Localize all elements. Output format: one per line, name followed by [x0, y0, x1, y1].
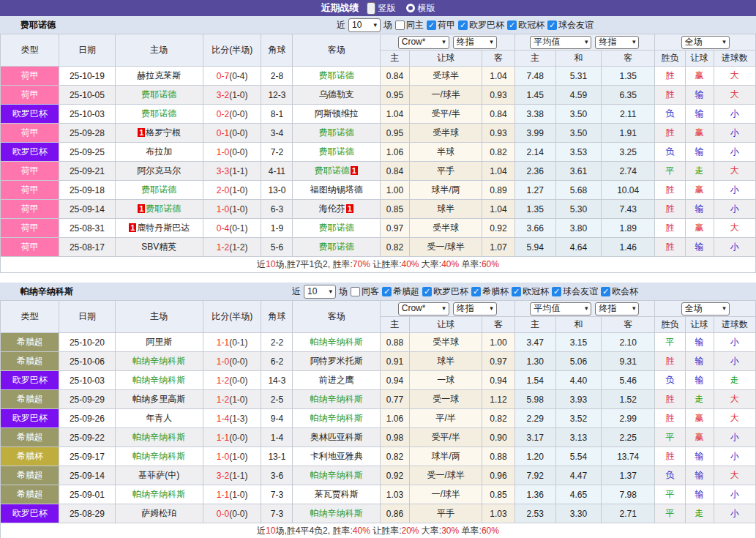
odds-home: 0.98 — [380, 428, 409, 447]
result-goals: 走 — [714, 371, 755, 390]
league-filter-checkbox[interactable]: ✓欧会杯 — [601, 285, 638, 298]
red-card-badge: 1 — [138, 128, 145, 137]
home-team: 帕纳辛纳科斯 — [115, 485, 203, 504]
odds-away: 0.94 — [482, 371, 514, 390]
odds-away: 0.85 — [482, 485, 514, 504]
team-label: 帕纳多里高斯 — [132, 394, 185, 404]
section-filter-bar: 帕纳辛纳科斯近10▾场同客✓希腊超✓欧罗巴杯✓希腊杯✓欧冠杯✓球会友谊✓欧会杯 — [0, 283, 756, 300]
avg-draw: 3.13 — [555, 428, 601, 447]
summary-segment: 场,胜7平1负2, 胜率: — [275, 259, 352, 269]
league-filter-checkbox-label: 欧罗巴杯 — [433, 285, 468, 298]
checkbox-checked-icon[interactable]: ✓ — [422, 287, 432, 296]
final-index-select[interactable]: 终指▾ — [595, 36, 639, 49]
final-index-select[interactable]: 终指▾ — [595, 302, 639, 315]
summary-segment: 20% — [401, 526, 419, 536]
avg-draw: 5.54 — [555, 447, 601, 466]
checkbox-checked-icon[interactable]: ✓ — [547, 20, 557, 30]
average-select[interactable]: 平均值▾ — [530, 302, 591, 315]
checkbox-checked-icon[interactable]: ✓ — [507, 20, 517, 30]
checkbox-checked-icon[interactable]: ✓ — [601, 287, 610, 296]
halftime-score: (0-1) — [229, 337, 247, 348]
corner-count: 5-6 — [261, 238, 293, 257]
home-team: 帕纳辛纳科斯 — [115, 371, 203, 390]
league-filter-checkbox[interactable]: ✓荷甲 — [427, 19, 455, 31]
team-label: 帕纳辛纳科斯 — [132, 451, 185, 461]
avg-draw: 4.47 — [555, 466, 601, 485]
league-type-badge: 希腊超 — [1, 390, 59, 409]
result-outcome: 胜 — [655, 409, 685, 428]
crow-select[interactable]: Crow*▾ — [398, 302, 449, 315]
avg-away: 1.91 — [602, 124, 655, 143]
league-filter-checkbox[interactable]: ✓球会友谊 — [547, 19, 594, 31]
team-label: 基菲萨(中) — [138, 470, 179, 480]
league-filter-checkbox[interactable]: ✓欧罗巴杯 — [458, 19, 504, 31]
fulltime-score: 1-2 — [217, 395, 229, 405]
crow-select[interactable]: Crow*▾ — [398, 36, 449, 49]
halftime-score: (0-0) — [229, 509, 247, 519]
odds-away: 0.92 — [482, 219, 514, 238]
average-select[interactable]: 平均值▾ — [530, 36, 591, 49]
checkbox-checked-icon[interactable]: ✓ — [382, 287, 392, 296]
summary-segment: 40% — [353, 526, 370, 536]
checkbox-unchecked-icon[interactable] — [351, 287, 360, 296]
halftime-score: (0-1) — [229, 223, 247, 233]
team-section: 费耶诺德近10▾场同主✓荷甲✓欧罗巴杯✓欧冠杯✓球会友谊类型日期主场比分(半场)… — [0, 16, 756, 273]
checkbox-checked-icon[interactable]: ✓ — [458, 20, 468, 30]
team-label: 阿尔克马尔 — [137, 165, 181, 176]
team-label: SBV精英 — [141, 242, 176, 252]
checkbox-checked-icon[interactable]: ✓ — [552, 287, 561, 296]
result-goals: 大 — [714, 390, 755, 409]
final-index-select[interactable]: 终指▾ — [453, 302, 497, 315]
score: 1-0(1-0) — [203, 200, 261, 219]
checkbox-checked-icon[interactable]: ✓ — [512, 287, 521, 296]
fulltime-header: 全场▾ — [655, 301, 756, 317]
league-filter-checkbox[interactable]: ✓希腊杯 — [471, 285, 509, 298]
fulltime-score: 1-0 — [217, 147, 229, 157]
layout-radio-vertical[interactable]: 竖版 — [367, 2, 396, 15]
avg-home: 7.48 — [514, 67, 555, 86]
league-filter-checkbox[interactable]: ✓欧冠杯 — [507, 19, 544, 31]
games-count-select[interactable]: 10▾ — [348, 18, 381, 32]
sub-column-header: 主 — [514, 51, 555, 67]
score: 2-0(1-0) — [203, 181, 261, 200]
home-team: 帕纳辛纳科斯 — [115, 352, 203, 371]
page-title: 近期战绩 — [321, 1, 359, 15]
radio-selected-icon[interactable] — [367, 2, 375, 15]
odds-home: 0.85 — [380, 200, 409, 219]
checkbox-checked-icon[interactable]: ✓ — [427, 20, 436, 30]
checkbox-unchecked-icon[interactable] — [395, 20, 405, 30]
games-count-select[interactable]: 10▾ — [304, 285, 336, 299]
odds-home: 0.95 — [380, 124, 409, 143]
league-filter-checkbox[interactable]: ✓欧冠杯 — [512, 285, 549, 298]
radio-unselected-icon[interactable] — [406, 4, 415, 12]
league-filter-checkbox[interactable]: ✓欧罗巴杯 — [422, 285, 468, 298]
home-team: 1费耶诺德 — [115, 200, 203, 219]
league-filter-checkbox[interactable]: ✓球会友谊 — [552, 285, 598, 298]
filters: 近10▾场同主✓荷甲✓欧罗巴杯✓欧冠杯✓球会友谊 — [174, 18, 756, 32]
score: 0-0(0-0) — [203, 504, 261, 523]
team-label: 帕纳辛纳科斯 — [310, 394, 363, 404]
result-goals: 大 — [714, 86, 755, 105]
home-team: 帕纳多里高斯 — [115, 390, 203, 409]
same-venue-checkbox[interactable]: 同客 — [351, 285, 379, 298]
layout-radio-horizontal[interactable]: 横版 — [406, 2, 435, 15]
team-label: 费耶诺德 — [319, 70, 354, 81]
avg-draw: 3.80 — [555, 219, 601, 238]
team-label: 布拉加 — [146, 146, 172, 157]
league-filter-checkbox[interactable]: ✓希腊超 — [382, 285, 419, 298]
full-match-select[interactable]: 全场▾ — [681, 36, 730, 49]
match-date: 25-09-14 — [59, 466, 115, 485]
team-label: 阿斯顿维拉 — [315, 108, 359, 119]
summary-segment: 40% — [441, 259, 459, 269]
checkbox-checked-icon[interactable]: ✓ — [471, 287, 481, 296]
column-header: 日期 — [59, 301, 115, 333]
halftime-score: (0-0) — [229, 109, 247, 119]
sub-column-header: 让球 — [410, 51, 482, 67]
full-match-select[interactable]: 全场▾ — [681, 302, 730, 315]
corner-count: 8-1 — [261, 105, 293, 124]
final-index-select[interactable]: 终指▾ — [453, 36, 497, 49]
result-handicap: 赢 — [685, 67, 714, 86]
same-venue-checkbox[interactable]: 同主 — [395, 19, 424, 31]
avg-away: 1.35 — [602, 67, 655, 86]
match-date: 25-09-18 — [59, 181, 115, 200]
